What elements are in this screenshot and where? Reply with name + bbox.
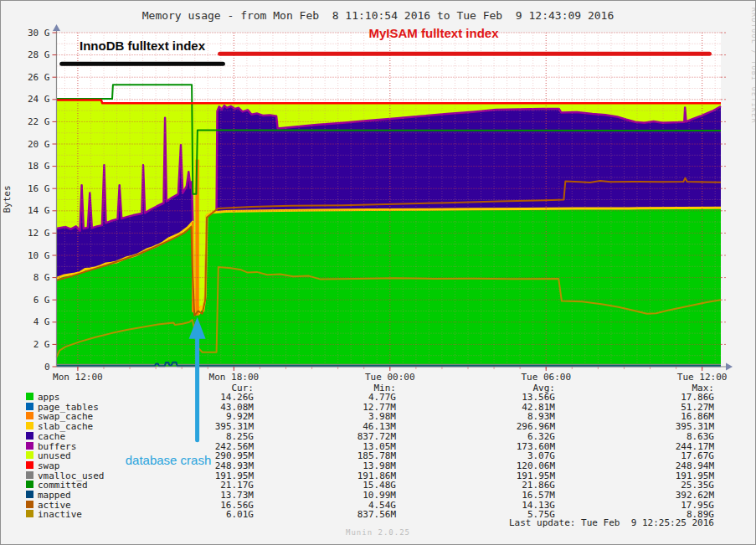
y-tick-label: 0	[44, 362, 50, 373]
munin-memory-graph: Memory usage - from Mon Feb 8 11:10:54 2…	[0, 0, 756, 545]
x-axis-arrow	[726, 363, 733, 371]
y-tick-label: 6 G	[33, 295, 50, 306]
y-tick-label: 2 G	[33, 339, 50, 350]
x-tick-label: Tue 12:00	[677, 372, 728, 383]
y-tick-label: 30 G	[28, 28, 50, 39]
y-tick-label: 22 G	[28, 116, 50, 127]
x-tick-label: Tue 00:00	[365, 372, 415, 383]
innodb-annotation-label: InnoDB fulltext index	[80, 39, 206, 53]
y-tick-label: 12 G	[28, 228, 50, 239]
y-tick-label: 26 G	[28, 72, 50, 83]
y-tick-label: 16 G	[28, 183, 50, 194]
x-tick-label: Tue 06:00	[521, 372, 571, 383]
y-axis-arrow	[53, 24, 60, 31]
y-tick-label: 14 G	[28, 205, 50, 216]
myisam-annotation-label: MyISAM fulltext index	[369, 26, 500, 40]
y-tick-label: 28 G	[28, 49, 50, 60]
crash-annotation-label: database crash	[126, 453, 212, 467]
y-tick-label: 24 G	[28, 94, 50, 105]
x-tick-label: Mon 12:00	[53, 372, 103, 383]
y-tick-label: 8 G	[33, 272, 50, 283]
y-tick-label: 20 G	[28, 139, 50, 150]
y-tick-label: 10 G	[28, 250, 50, 261]
x-tick-label: Mon 18:00	[209, 372, 260, 383]
chart-canvas: 02 G4 G6 G8 G10 G12 G14 G16 G18 G20 G22 …	[1, 1, 756, 545]
y-axis-label: Bytes	[2, 185, 13, 213]
y-tick-label: 18 G	[28, 161, 50, 172]
rrdtool-watermark: RRDTOOL / TOBI OETIKER	[750, 8, 756, 124]
y-tick-label: 4 G	[33, 316, 50, 327]
